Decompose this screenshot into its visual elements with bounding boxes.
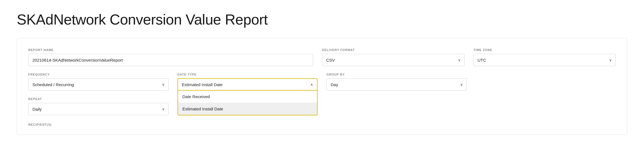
repeat-select[interactable]: Daily Weekly Monthly: [28, 103, 169, 115]
group-by-select[interactable]: Day Week Month: [326, 78, 467, 91]
delivery-format-select[interactable]: CSV TSV JSON: [322, 54, 465, 66]
time-zone-group: TIME ZONE UTC EST PST ∨: [473, 48, 616, 66]
time-zone-select-wrapper: UTC EST PST ∨: [473, 54, 616, 66]
date-type-option-estimated[interactable]: Estimated Install Date: [178, 103, 317, 115]
page-title: SKAdNetwork Conversion Value Report: [17, 11, 627, 28]
repeat-label: REPEAT: [28, 97, 169, 101]
date-type-dropdown-container: Estimated Install Date ∧ Date Received E…: [177, 78, 318, 91]
group-by-label: GROUP BY: [326, 73, 467, 76]
delivery-format-group: DELIVERY FORMAT CSV TSV JSON ∨: [322, 48, 465, 66]
repeat-select-wrapper: Daily Weekly Monthly ∨: [28, 103, 169, 115]
report-name-group: REPORT NAME: [28, 48, 313, 66]
frequency-label: FREQUENCY: [28, 73, 169, 76]
repeat-group: REPEAT Daily Weekly Monthly ∨: [28, 97, 169, 115]
date-type-trigger[interactable]: Estimated Install Date ∧: [177, 78, 318, 91]
group-by-select-wrapper: Day Week Month ∨: [326, 78, 467, 91]
recipients-label: RECIPIENT(S): [28, 123, 52, 126]
report-name-input[interactable]: [28, 54, 313, 66]
frequency-select[interactable]: Scheduled / Recurring One-time: [28, 78, 169, 91]
date-type-selected-value: Estimated Install Date: [182, 82, 223, 87]
report-form-card: REPORT NAME DELIVERY FORMAT CSV TSV JSON…: [17, 38, 627, 135]
frequency-group: FREQUENCY Scheduled / Recurring One-time…: [28, 73, 169, 91]
date-type-option-received[interactable]: Date Received: [178, 91, 317, 103]
group-by-group: GROUP BY Day Week Month ∨: [326, 73, 467, 91]
frequency-select-wrapper: Scheduled / Recurring One-time ∨: [28, 78, 169, 91]
date-type-group: DATE TYPE Estimated Install Date ∧ Date …: [177, 73, 318, 91]
time-zone-select[interactable]: UTC EST PST: [473, 54, 616, 66]
time-zone-label: TIME ZONE: [473, 48, 616, 52]
delivery-format-label: DELIVERY FORMAT: [322, 48, 465, 52]
report-name-label: REPORT NAME: [28, 48, 313, 52]
date-type-label: DATE TYPE: [177, 73, 318, 76]
date-type-menu: Date Received Estimated Install Date: [177, 91, 318, 115]
delivery-format-select-wrapper: CSV TSV JSON ∨: [322, 54, 465, 66]
date-type-chevron-up-icon: ∧: [310, 82, 313, 87]
